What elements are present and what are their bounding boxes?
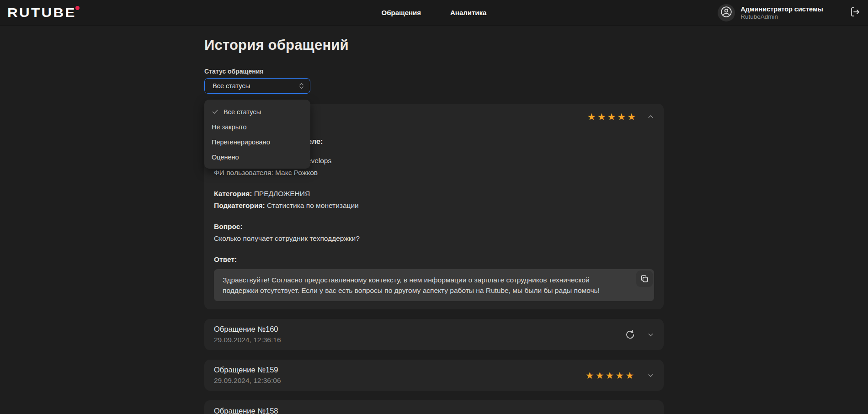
dropdown-option-label: Оценено [212,154,239,161]
status-filter-label: Статус обращения [204,68,664,75]
question-group: Вопрос: Сколько получает сотрудник техпо… [214,221,654,244]
check-icon [212,108,219,116]
user-cluster: Администратор системы RutubeAdmin [718,4,861,21]
status-dropdown: Все статусы Не закрыто Перегенерировано … [204,100,310,169]
category-value: ПРЕДЛОЖЕНИЯ [254,190,310,197]
user-avatar[interactable] [718,4,735,21]
regenerate-icon[interactable] [625,329,635,340]
request-date: 29.09.2024, 12:36:16 [214,336,281,344]
request-card-info: Обращение №159 29.09.2024, 12:36:06 [214,366,281,385]
status-select-value: Все статусы [213,82,250,90]
request-card-160[interactable]: Обращение №160 29.09.2024, 12:36:16 [204,319,664,350]
top-bar: RUTUBE Обращения Аналитика Администратор… [0,0,868,26]
logout-icon [850,6,861,19]
answer-group: Ответ: Здравствуйте! Согласно предоставл… [214,254,654,301]
category-line: Категория: ПРЕДЛОЖЕНИЯ [214,188,654,200]
user-name: Администратор системы [740,5,823,13]
user-circle-icon [720,6,732,20]
status-filter: Статус обращения Все статусы Все статусы… [204,68,664,94]
dropdown-option-label: Перегенерировано [212,138,270,146]
dropdown-option-label: Все статусы [224,108,261,116]
request-card-159[interactable]: Обращение №159 29.09.2024, 12:36:06 ★★★★… [204,360,664,391]
dropdown-option-not-closed[interactable]: Не закрыто [204,119,310,134]
user-username: RutubeAdmin [740,13,823,21]
subcategory-label: Подкатегория: [214,202,265,209]
nav-item-requests[interactable]: Обращения [382,9,421,16]
page-title: История обращений [204,37,664,53]
nav-item-analytics[interactable]: Аналитика [450,9,486,16]
logout-button[interactable] [850,6,861,19]
select-updown-icon [299,82,304,90]
chevron-down-icon[interactable] [647,331,654,338]
request-card-actions: ★★★★★ [586,371,654,380]
subcategory-line: Подкатегория: Статистика по монетизации [214,200,654,212]
request-title: Обращение №159 [214,366,281,374]
answer-text: Здравствуйте! Согласно предоставленному … [223,276,600,294]
category-label: Категория: [214,190,252,197]
chevron-down-icon[interactable] [647,372,654,379]
dropdown-option-rated[interactable]: Оценено [204,149,310,165]
question-text: Сколько получает сотрудник техподдержки? [214,233,654,244]
subcategory-value: Статистика по монетизации [267,202,359,209]
dropdown-option-all[interactable]: Все статусы [204,104,310,119]
rating-stars[interactable]: ★★★★★ [586,371,635,380]
status-select[interactable]: Все статусы [204,78,310,94]
category-group: Категория: ПРЕДЛОЖЕНИЯ Подкатегория: Ста… [214,188,654,212]
logo-text: RUTUBE [7,6,76,19]
rutube-logo[interactable]: RUTUBE [7,6,80,19]
user-texts: Администратор системы RutubeAdmin [740,5,823,21]
dropdown-option-label: Не закрыто [212,123,247,131]
request-card-info: Обращение №160 29.09.2024, 12:36:16 [214,325,281,344]
request-title: Обращение №158 [214,407,654,414]
question-label: Вопрос: [214,221,654,233]
chevron-up-icon[interactable] [647,113,654,120]
request-card-158[interactable]: Обращение №158 [204,400,664,414]
request-date: 29.09.2024, 12:36:06 [214,377,281,385]
dropdown-option-regenerated[interactable]: Перегенерировано [204,134,310,149]
copy-button[interactable] [636,271,653,287]
answer-box: Здравствуйте! Согласно предоставленному … [214,269,654,301]
answer-label: Ответ: [214,254,654,265]
rating-stars[interactable]: ★★★★★ [587,112,637,122]
request-title: Обращение №160 [214,325,281,334]
main-nav: Обращения Аналитика [382,9,487,16]
request-card-actions [625,329,654,340]
main-content: История обращений Статус обращения Все с… [204,37,664,414]
